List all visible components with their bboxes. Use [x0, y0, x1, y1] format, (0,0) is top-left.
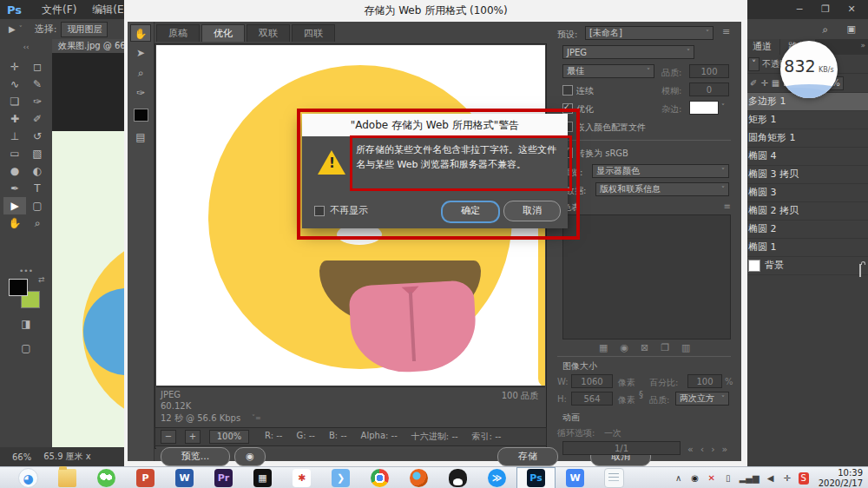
matte-caret-icon[interactable]: ˅: [721, 103, 725, 111]
ok-button[interactable]: 确定: [441, 201, 500, 223]
zoom-level[interactable]: 66%: [12, 452, 31, 462]
tool-button[interactable]: ✋: [3, 214, 26, 232]
taskbar-app[interactable]: P: [126, 467, 165, 488]
frame-nav-icon[interactable]: ‹: [700, 444, 704, 455]
taskbar-app[interactable]: ≫: [477, 467, 516, 488]
dialog-tool-button[interactable]: ✑: [130, 84, 151, 102]
format-dropdown[interactable]: JPEG˅: [562, 45, 694, 59]
warning-cancel-button[interactable]: 取消: [503, 201, 561, 221]
tool-button[interactable]: ✐: [26, 110, 49, 128]
more-tools-icon[interactable]: •••: [0, 267, 52, 275]
quality-field[interactable]: 100: [689, 64, 729, 78]
preview-tab[interactable]: 优化: [201, 24, 245, 42]
window-control-button[interactable]: ✕: [838, 0, 865, 19]
preview-mode-dropdown[interactable]: 显示器颜色˅: [592, 164, 729, 178]
resample-quality-dropdown[interactable]: 两次立方˅: [675, 392, 729, 406]
loop-value[interactable]: 一次: [604, 427, 621, 439]
tool-button[interactable]: ⌕: [26, 214, 49, 232]
panel-tab[interactable]: 通道: [745, 39, 779, 55]
toolbar-extra-icon[interactable]: ◨: [21, 315, 30, 333]
taskbar-app[interactable]: [595, 467, 634, 488]
progressive-checkbox[interactable]: [562, 85, 573, 96]
tool-button[interactable]: ◻: [26, 58, 49, 76]
dialog-titlebar[interactable]: 存储为 Web 所用格式 (100%): [124, 0, 747, 23]
tool-button[interactable]: ↺: [26, 128, 49, 145]
preview-tab[interactable]: 四联: [292, 24, 335, 42]
lock-option-icon[interactable]: ▦: [770, 78, 781, 88]
color-table[interactable]: [562, 214, 731, 340]
dialog-tool-button[interactable]: ➤: [130, 44, 151, 62]
taskbar-app[interactable]: [360, 467, 399, 488]
color-table-action-icon[interactable]: ❐: [661, 342, 669, 353]
slice-visibility-icon[interactable]: ▤: [130, 129, 151, 146]
color-table-menu-icon[interactable]: ≡: [724, 201, 731, 211]
color-table-action-icon[interactable]: ▦: [599, 342, 608, 353]
info-menu-icon[interactable]: ˅≡: [252, 414, 261, 422]
metadata-dropdown[interactable]: 版权和联系信息˅: [595, 182, 729, 196]
tool-button[interactable]: ●: [3, 162, 26, 180]
zoom-level-dropdown[interactable]: 100%: [209, 430, 249, 444]
lock-option-icon[interactable]: ✐: [748, 78, 759, 88]
blur-field[interactable]: 0: [689, 82, 729, 96]
save-button[interactable]: 存储: [497, 447, 558, 466]
tool-button[interactable]: ▭: [3, 145, 26, 162]
taskbar-app[interactable]: W: [165, 467, 204, 488]
taskbar-app[interactable]: [399, 467, 438, 488]
tool-button[interactable]: ✒: [3, 180, 26, 197]
toolbar-extra-icon[interactable]: ▢: [21, 340, 30, 357]
current-tool-icon[interactable]: ▶: [9, 24, 16, 34]
tool-caret-icon[interactable]: ˅: [19, 25, 23, 33]
tool-button[interactable]: T: [26, 180, 49, 197]
compression-quality-dropdown[interactable]: 最佳˅: [562, 64, 654, 78]
dialog-color-swatch[interactable]: [134, 109, 148, 122]
tray-icon[interactable]: ▂▄▆: [740, 472, 760, 485]
collapse-panel-icon[interactable]: ‹‹: [0, 43, 52, 51]
preset-dropdown[interactable]: [未命名]˅: [585, 26, 713, 40]
layer-row[interactable]: 椭圆 4: [745, 148, 868, 166]
tool-button[interactable]: ⊥: [3, 128, 26, 145]
taskbar-app[interactable]: Pr: [204, 467, 243, 488]
tool-button[interactable]: ▢: [26, 197, 49, 214]
document-tab[interactable]: 效果图.jpg @ 66%: [52, 39, 124, 53]
taskbar-app[interactable]: ❯: [321, 467, 360, 488]
tray-icon[interactable]: S: [799, 472, 809, 485]
search-icon[interactable]: ⌕: [822, 23, 828, 36]
panel-menu-icon[interactable]: ≡: [722, 26, 730, 37]
taskbar-app[interactable]: Ps: [516, 467, 556, 488]
tool-button[interactable]: ▧: [26, 145, 49, 162]
taskbar-app[interactable]: W: [556, 467, 595, 488]
workspace-switcher-icon[interactable]: ▣: [847, 23, 856, 35]
window-control-button[interactable]: −: [786, 0, 812, 19]
tool-button[interactable]: ✛: [3, 58, 26, 76]
tray-icon[interactable]: ✛: [782, 472, 792, 485]
taskbar-app[interactable]: [87, 467, 126, 488]
taskbar-app[interactable]: [438, 467, 477, 488]
tool-button[interactable]: ▶: [3, 197, 26, 214]
taskbar-app[interactable]: ▦: [243, 467, 282, 488]
layer-row[interactable]: 矩形 1: [745, 111, 868, 129]
tool-button[interactable]: ❏: [3, 93, 26, 110]
color-table-action-icon[interactable]: ◉: [620, 342, 628, 353]
zoom-in-button[interactable]: +: [185, 430, 201, 444]
layer-row[interactable]: 背景: [745, 257, 868, 275]
tray-icon[interactable]: ◉: [690, 472, 700, 485]
tool-button[interactable]: ∿: [3, 76, 26, 93]
layer-row[interactable]: 椭圆 2 拷贝: [745, 202, 868, 221]
frame-nav-icon[interactable]: »: [722, 444, 728, 455]
tool-button[interactable]: ✎: [26, 76, 49, 93]
taskbar-app[interactable]: ◕: [9, 467, 48, 488]
preview-in-browser-button[interactable]: 预览...: [161, 447, 230, 466]
color-table-action-icon[interactable]: ▥: [681, 342, 690, 353]
window-control-button[interactable]: ❐: [812, 0, 838, 19]
tool-button[interactable]: ✚: [3, 110, 26, 128]
frame-nav-icon[interactable]: ›: [711, 444, 714, 455]
tool-button[interactable]: ✑: [26, 93, 49, 110]
foreground-color-swatch[interactable]: [9, 279, 28, 296]
layer-row[interactable]: 椭圆 3 拷贝: [745, 166, 868, 184]
warning-dialog-titlebar[interactable]: "Adobe 存储为 Web 所用格式"警告: [302, 114, 568, 136]
zoom-out-button[interactable]: −: [161, 430, 176, 444]
taskbar-app[interactable]: [48, 467, 87, 488]
layer-row[interactable]: 椭圆 3: [745, 184, 868, 202]
collapse-panels-icon[interactable]: »: [860, 41, 865, 49]
taskbar-app[interactable]: ✱: [282, 467, 321, 488]
